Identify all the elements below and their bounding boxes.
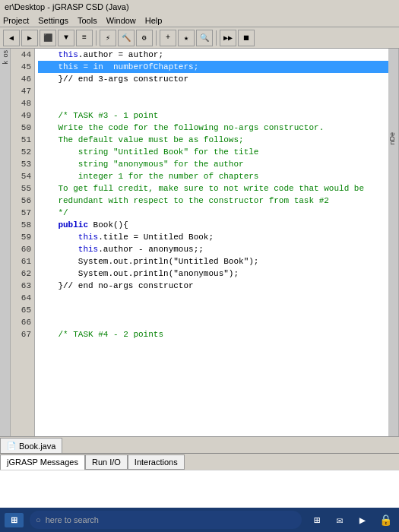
line-number: 54 <box>11 170 34 182</box>
nde-label: nDe <box>388 132 396 145</box>
taskbar-search[interactable]: ○ here to search <box>30 511 302 529</box>
toolbar-btn-10[interactable]: ★ <box>178 30 195 46</box>
code-line: }// end 3-args constructor <box>38 73 388 85</box>
editor-main: os k 44454647484950515253545556575859606… <box>0 49 399 436</box>
toolbar-btn-2[interactable]: ▶ <box>21 30 38 46</box>
file-tab-icon: 📄 <box>7 442 16 450</box>
toolbar-btn-13[interactable]: ⏹ <box>238 30 255 46</box>
toolbar-btn-3[interactable]: ⬛ <box>40 30 56 46</box>
toolbar-sep-2 <box>156 30 157 46</box>
taskbar-icon-1[interactable]: ⊞ <box>308 511 326 529</box>
side-strip-left: os k <box>0 49 11 436</box>
line-number: 56 <box>11 195 34 207</box>
code-line: string "Untitled Book" for the title <box>38 146 388 158</box>
toolbar-btn-12[interactable]: ▶▶ <box>220 30 236 46</box>
code-line: System.out.println("Untitled Book"); <box>38 255 388 268</box>
menu-tools[interactable]: Tools <box>78 16 97 25</box>
toolbar-btn-9[interactable]: + <box>160 30 176 46</box>
line-number: 49 <box>11 109 34 122</box>
menu-project[interactable]: Project <box>3 16 29 25</box>
line-number: 57 <box>11 207 34 219</box>
nde-strip: nDe <box>388 49 399 436</box>
taskbar-icon-3[interactable]: ▶ <box>353 511 372 529</box>
code-line: public Book(){ <box>38 219 388 231</box>
toolbar-btn-11[interactable]: 🔍 <box>196 30 213 46</box>
line-number: 59 <box>11 231 34 243</box>
message-tabs: jGRASP Messages Run I/O Interactions <box>0 453 399 470</box>
code-line <box>38 304 388 316</box>
line-number: 44 <box>11 49 34 61</box>
line-number: 62 <box>11 268 34 280</box>
code-line: this = in numberOfChapters; <box>38 61 388 73</box>
side-label-k: k <box>2 61 9 65</box>
code-line: string "anonymous" for the author <box>38 158 388 170</box>
line-number: 51 <box>11 134 34 146</box>
toolbar-btn-6[interactable]: ⚡ <box>100 30 116 46</box>
start-button[interactable]: ⊞ <box>5 513 24 527</box>
tab-run-io[interactable]: Run I/O <box>85 454 128 470</box>
code-line <box>38 316 388 328</box>
taskbar-system-icons: ⊞ ✉ ▶ 🔒 <box>308 511 394 529</box>
toolbar-btn-7[interactable]: 🔨 <box>118 30 135 46</box>
toolbar-sep-1 <box>96 30 97 46</box>
tab-jgrasp-messages[interactable]: jGRASP Messages <box>0 454 85 470</box>
code-line: this.title = Untitled Book; <box>38 231 388 243</box>
taskbar: ⊞ ○ here to search ⊞ ✉ ▶ 🔒 <box>0 508 399 532</box>
search-circle-icon: ○ <box>36 515 41 524</box>
menu-bar: Project Settings Tools Window Help <box>0 14 399 27</box>
line-number: 55 <box>11 182 34 195</box>
code-line: this.author - anonymous;; <box>38 243 388 255</box>
code-line <box>38 85 388 97</box>
line-number: 45 <box>11 61 34 73</box>
code-line: redundant with respect to the constructo… <box>38 195 388 207</box>
menu-window[interactable]: Window <box>106 16 136 25</box>
toolbar-btn-4[interactable]: ▼ <box>58 30 74 46</box>
toolbar-sep-3 <box>216 30 217 46</box>
toolbar-btn-1[interactable]: ◀ <box>3 30 20 46</box>
line-numbers: 4445464748495051525354555657585960616263… <box>11 49 35 436</box>
toolbar-btn-8[interactable]: ⚙ <box>136 30 153 46</box>
code-line <box>38 292 388 304</box>
code-area[interactable]: this.author = author; this = in numberOf… <box>35 49 388 436</box>
code-line: The default value must be as follows; <box>38 134 388 146</box>
line-number: 67 <box>11 328 34 340</box>
line-number: 48 <box>11 97 34 109</box>
line-number: 60 <box>11 243 34 255</box>
messages-area <box>0 470 399 508</box>
code-line: */ <box>38 207 388 219</box>
code-line: integer 1 for the number of chapters <box>38 170 388 182</box>
line-number: 46 <box>11 73 34 85</box>
line-number: 50 <box>11 122 34 134</box>
menu-settings[interactable]: Settings <box>38 16 68 25</box>
taskbar-search-text: here to search <box>46 515 99 524</box>
file-tab-label: Book.java <box>19 442 55 451</box>
taskbar-icon-4[interactable]: 🔒 <box>376 511 394 529</box>
line-number: 63 <box>11 280 34 292</box>
menu-help[interactable]: Help <box>145 16 163 25</box>
line-number: 47 <box>11 85 34 97</box>
title-text: er\Desktop - jGRASP CSD (Java) <box>5 2 129 11</box>
line-number: 64 <box>11 292 34 304</box>
code-line: /* TASK #3 - 1 point <box>38 109 388 122</box>
file-tab-book[interactable]: 📄 Book.java <box>0 438 62 453</box>
code-line: To get full credit, make sure to not wri… <box>38 182 388 195</box>
line-number: 52 <box>11 146 34 158</box>
code-line: Write the code for the following no-args… <box>38 122 388 134</box>
taskbar-icon-2[interactable]: ✉ <box>331 511 349 529</box>
line-number: 53 <box>11 158 34 170</box>
code-line <box>38 97 388 109</box>
toolbar: ◀ ▶ ⬛ ▼ ≡ ⚡ 🔨 ⚙ + ★ 🔍 ▶▶ ⏹ <box>0 27 399 49</box>
tab-interactions[interactable]: Interactions <box>128 454 185 470</box>
toolbar-btn-5[interactable]: ≡ <box>76 30 93 46</box>
side-label-os: os <box>2 50 9 58</box>
title-bar: er\Desktop - jGRASP CSD (Java) <box>0 0 399 14</box>
file-tabs: 📄 Book.java <box>0 436 399 453</box>
line-number: 66 <box>11 316 34 328</box>
line-number: 61 <box>11 255 34 268</box>
code-line: this.author = author; <box>38 49 388 61</box>
code-line: System.out.println("anonymous"); <box>38 268 388 280</box>
line-number: 58 <box>11 219 34 231</box>
line-number: 65 <box>11 304 34 316</box>
code-line: /* TASK #4 - 2 points <box>38 328 388 340</box>
code-line: }// end no-args constructor <box>38 280 388 292</box>
